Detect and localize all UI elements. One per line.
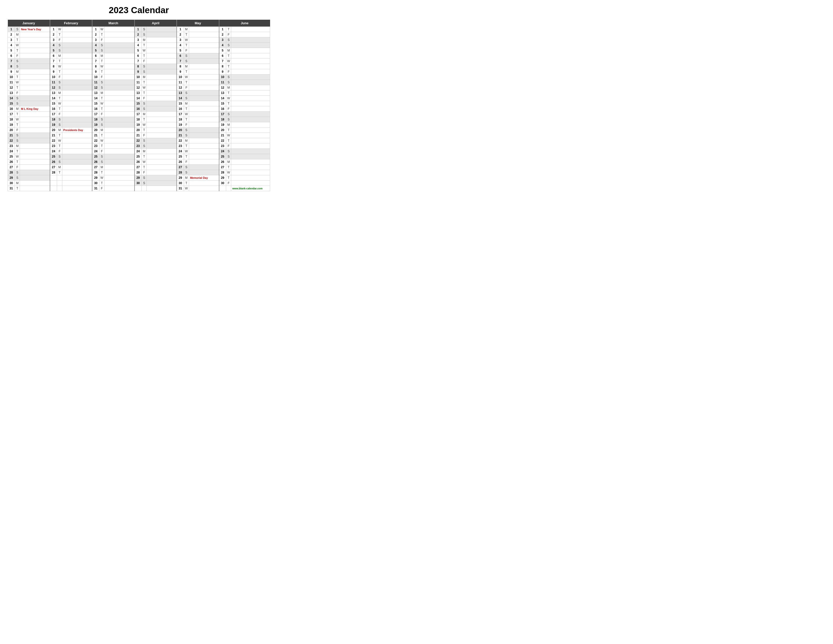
event-jun-31: www.blank-calendar.com [231,186,270,191]
event-mar-5 [105,48,135,53]
dow-apr-17: M [142,112,147,117]
day-mar-20: 20 [92,127,99,133]
event-apr-11 [147,80,177,85]
event-feb-6 [62,53,92,59]
day-mar-23: 23 [92,143,99,149]
day-feb-10: 10 [50,74,57,80]
dow-mar-24: F [99,149,104,154]
dow-mar-1: W [99,27,104,32]
day-mar-15: 15 [92,101,99,106]
event-may-22 [189,138,219,143]
day-mar-18: 18 [92,117,99,122]
dow-mar-27: M [99,165,104,170]
day-apr-8: 8 [135,64,142,69]
dow-jun-5: M [226,48,231,53]
event-feb-21 [62,133,92,138]
dow-jun-27: T [226,165,231,170]
event-feb-26 [62,159,92,165]
day-mar-17: 17 [92,112,99,117]
dow-may-10: W [184,74,189,80]
dow-mar-16: T [99,106,104,112]
dow-jan-2: M [15,32,20,37]
dow-jun-6: T [226,53,231,59]
dow-may-25: T [184,154,189,159]
event-may-29: Memorial Day [189,175,219,180]
day-may-14: 14 [177,96,184,101]
dow-may-3: W [184,37,189,43]
event-feb-31 [62,186,92,191]
event-mar-27 [105,165,135,170]
dow-may-18: T [184,117,189,122]
day-may-28: 28 [177,170,184,175]
day-jun-20: 20 [219,127,226,133]
dow-mar-7: T [99,59,104,64]
day-jan-15: 15 [8,101,15,106]
dow-feb-8: W [57,64,62,69]
event-apr-1 [147,27,177,32]
dow-jun-28: W [226,170,231,175]
day-mar-22: 22 [92,138,99,143]
dow-jun-14: W [226,96,231,101]
day-jan-24: 24 [8,149,15,154]
dow-may-1: M [184,27,189,32]
dow-may-28: S [184,170,189,175]
event-mar-8 [105,64,135,69]
day-jun-13: 13 [219,90,226,96]
dow-may-23: T [184,143,189,149]
event-mar-13 [105,90,135,96]
dow-jan-27: F [15,165,20,170]
event-jun-5 [231,48,270,53]
event-may-20 [189,127,219,133]
dow-feb-20: M [57,127,62,133]
event-jun-19 [231,122,270,127]
day-apr-17: 17 [135,112,142,117]
event-mar-11 [105,80,135,85]
day-feb-6: 6 [50,53,57,59]
dow-may-13: S [184,90,189,96]
day-jan-17: 17 [8,112,15,117]
dow-may-31: W [184,186,189,191]
event-jan-14 [20,96,50,101]
dow-mar-21: T [99,133,104,138]
event-may-23 [189,143,219,149]
day-mar-27: 27 [92,165,99,170]
day-jun-25: 25 [219,154,226,159]
event-feb-24 [62,149,92,154]
dow-may-21: S [184,133,189,138]
dow-jan-13: F [15,90,20,96]
dow-may-16: T [184,106,189,112]
event-mar-16 [105,106,135,112]
day-apr-6: 6 [135,53,142,59]
event-may-6 [189,53,219,59]
dow-feb-15: W [57,101,62,106]
event-jan-2 [20,32,50,37]
dow-jan-29: S [15,175,20,180]
day-jun-1: 1 [219,27,226,32]
dow-feb-28: T [57,170,62,175]
dow-apr-16: S [142,106,147,112]
dow-jan-1: S [15,27,20,32]
dow-jun-9: F [226,69,231,74]
day-jan-6: 6 [8,53,15,59]
day-may-24: 24 [177,149,184,154]
day-feb-4: 4 [50,43,57,48]
event-feb-17 [62,112,92,117]
day-jan-22: 22 [8,138,15,143]
dow-jun-26: M [226,159,231,165]
dow-feb-2: T [57,32,62,37]
event-may-11 [189,80,219,85]
day-mar-10: 10 [92,74,99,80]
day-jan-13: 13 [8,90,15,96]
header-may: May [177,20,219,27]
dow-mar-22: W [99,138,104,143]
event-apr-31 [147,186,177,191]
day-apr-4: 4 [135,43,142,48]
day-may-10: 10 [177,74,184,80]
day-jan-27: 27 [8,165,15,170]
day-jun-15: 15 [219,101,226,106]
dow-feb-10: F [57,74,62,80]
dow-feb-13: M [57,90,62,96]
event-mar-10 [105,74,135,80]
dow-apr-25: T [142,154,147,159]
day-feb-2: 2 [50,32,57,37]
